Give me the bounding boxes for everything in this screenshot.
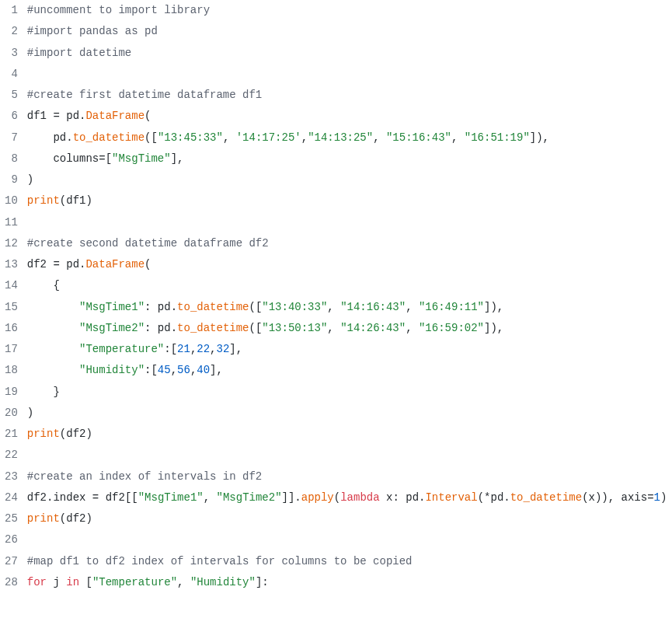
code-line[interactable]: "Temperature":[21,22,32],: [27, 339, 672, 360]
code-line[interactable]: #uncomment to import library: [27, 0, 672, 21]
line-number: 5: [5, 85, 18, 106]
token-cmt: #import pandas as pd: [27, 25, 158, 37]
token-fn: DataFrame: [85, 258, 144, 271]
token-num: 21: [177, 343, 190, 355]
line-number: 11: [5, 212, 18, 233]
token-par: {: [27, 279, 60, 292]
token-par: (: [144, 110, 151, 122]
token-par: (: [60, 194, 66, 207]
token-par: )),: [595, 491, 622, 504]
token-nm: df1: [66, 194, 85, 207]
token-op: .: [171, 301, 177, 313]
token-nm: pd: [66, 258, 79, 271]
token-str: "14:13:25": [308, 131, 373, 144]
code-line[interactable]: "Humidity":[45,56,40],: [27, 360, 672, 381]
token-par: ): [85, 194, 92, 207]
token-kw: in: [66, 576, 79, 588]
token-fn: to_datetime: [73, 131, 144, 144]
token-par: ]]: [282, 491, 295, 504]
line-number: 10: [5, 190, 18, 211]
line-number-gutter: 1234567891011121314151617181920212223242…: [0, 0, 27, 593]
code-line[interactable]: [27, 64, 672, 85]
token-nm: df1: [27, 110, 54, 122]
token-num: 56: [177, 364, 190, 376]
token-num: 1: [654, 491, 660, 504]
code-line[interactable]: #import pandas as pd: [27, 21, 672, 42]
code-line[interactable]: ): [27, 169, 672, 190]
code-line[interactable]: df2 = pd.DataFrame(: [27, 254, 672, 275]
token-par: (: [334, 491, 340, 504]
code-line[interactable]: print(df2): [27, 424, 672, 445]
token-nm: pd: [490, 491, 503, 504]
token-nm: df2: [27, 491, 47, 504]
token-nm: pd: [406, 491, 419, 504]
token-nm: pd: [66, 110, 79, 122]
token-nm: axis: [622, 491, 648, 504]
code-content[interactable]: #uncomment to import library#import pand…: [27, 0, 672, 593]
code-line[interactable]: #map df1 to df2 index of intervals for c…: [27, 551, 672, 572]
code-line[interactable]: ): [27, 403, 672, 424]
token-str: "MsgTime1": [138, 491, 204, 504]
code-line[interactable]: [27, 445, 672, 466]
token-nm: [27, 364, 79, 376]
token-par: ): [85, 428, 92, 440]
code-line[interactable]: }: [27, 382, 672, 403]
token-nm: columns: [27, 152, 99, 165]
line-number: 3: [5, 43, 18, 64]
token-nm: index: [53, 491, 92, 504]
code-line[interactable]: df2.index = df2[["MsgTime1", "MsgTime2"]…: [27, 487, 672, 508]
code-line[interactable]: df1 = pd.DataFrame(: [27, 106, 672, 127]
code-line[interactable]: {: [27, 275, 672, 296]
code-line[interactable]: for j in ["Temperature", "Humidity"]:: [27, 572, 672, 593]
code-line[interactable]: [27, 212, 672, 233]
line-number: 23: [5, 466, 18, 487]
code-line[interactable]: #create second datetime dataframe df2: [27, 233, 672, 254]
line-number: 25: [5, 508, 18, 529]
code-line[interactable]: #create first datetime dataframe df1: [27, 85, 672, 106]
token-nm: j: [47, 576, 66, 588]
token-op: =: [99, 152, 105, 165]
line-number: 27: [5, 551, 18, 572]
token-str: "MsgTime": [112, 152, 171, 165]
token-cmt: #import datetime: [27, 47, 131, 59]
token-par: :[: [144, 364, 158, 376]
token-str: "13:45:33": [158, 131, 223, 144]
code-line[interactable]: #import datetime: [27, 43, 672, 64]
token-str: "MsgTime1": [79, 301, 144, 313]
token-par: ): [85, 512, 92, 525]
token-str: "16:51:19": [465, 131, 530, 144]
token-str: "Humidity": [190, 576, 256, 588]
token-op: =: [53, 110, 66, 122]
token-par: [[: [125, 491, 138, 504]
token-fn: apply: [301, 491, 334, 504]
code-line[interactable]: print(df1): [27, 190, 672, 211]
code-line[interactable]: "MsgTime1": pd.to_datetime(["13:40:33", …: [27, 297, 672, 318]
token-str: "15:16:43": [386, 131, 451, 144]
line-number: 8: [5, 148, 18, 169]
code-line[interactable]: [27, 529, 672, 550]
line-number: 28: [5, 572, 18, 593]
token-par: (: [60, 512, 66, 525]
token-nm: pd: [158, 301, 171, 313]
token-par: ): [27, 173, 33, 186]
token-fn: Interval: [425, 491, 477, 504]
code-line[interactable]: columns=["MsgTime"],: [27, 148, 672, 169]
line-number: 26: [5, 529, 18, 550]
token-par: ]),: [484, 322, 503, 334]
token-par: ,: [406, 322, 419, 334]
code-line[interactable]: print(df2): [27, 508, 672, 529]
token-par: ,: [171, 364, 177, 376]
code-editor[interactable]: 1234567891011121314151617181920212223242…: [0, 0, 672, 593]
code-line[interactable]: #create an index of intervals in df2: [27, 466, 672, 487]
line-number: 16: [5, 318, 18, 339]
code-line[interactable]: "MsgTime2": pd.to_datetime(["13:50:13", …: [27, 318, 672, 339]
token-str: "MsgTime2": [79, 322, 144, 334]
token-par: ,: [301, 131, 308, 144]
token-par: ],: [229, 343, 242, 355]
token-par: ,: [210, 343, 216, 355]
token-kw: for: [27, 576, 47, 588]
line-number: 9: [5, 169, 18, 190]
code-line[interactable]: pd.to_datetime(["13:45:33", '14:17:25',"…: [27, 127, 672, 148]
token-par: ): [660, 491, 667, 504]
line-number: 19: [5, 382, 18, 403]
